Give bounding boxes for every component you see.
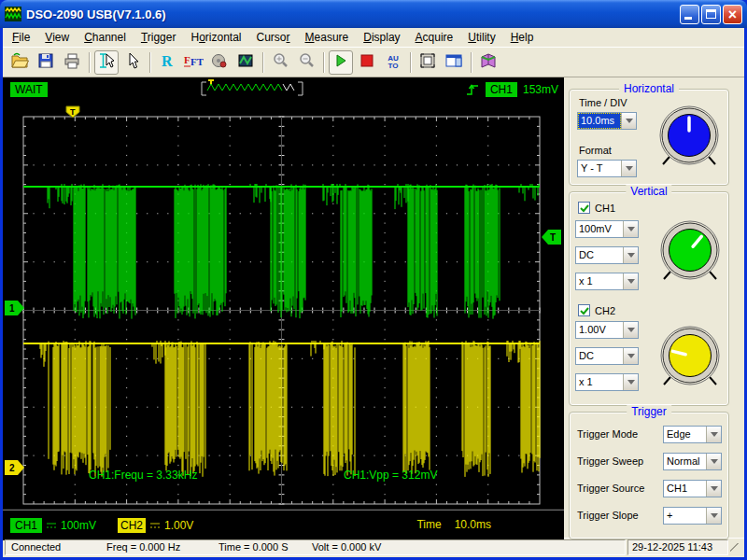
time-readout: Time = 0.000 S (218, 541, 289, 553)
ch2-probe-select[interactable]: x 1 (575, 373, 639, 391)
ch2-volts-knob[interactable] (655, 322, 726, 393)
scope-status-bar: WAIT CH1 153mV (3, 77, 564, 103)
vertical-group: Vertical CH1 100mV DC x 1 (569, 191, 729, 406)
trigger-source-value: CH1 (664, 481, 706, 497)
dropdown-button[interactable] (706, 481, 721, 497)
maximize-icon (706, 9, 716, 19)
dropdown-button[interactable] (706, 427, 721, 442)
print-button[interactable] (60, 50, 84, 75)
pointer-icon (123, 51, 142, 74)
ch2-enable-checkbox[interactable]: CH2 (578, 304, 615, 316)
trigger-slope-value: + (664, 508, 706, 524)
menu-item-utility[interactable]: Utility (460, 29, 502, 46)
scope-display: T12T WAIT CH1 (3, 77, 564, 538)
minimize-button[interactable] (680, 5, 699, 24)
ch1-coupling-select[interactable]: DC (575, 246, 639, 264)
time-div-select[interactable]: 10.0ms (577, 112, 637, 130)
trigger-position-preview[interactable] (195, 79, 309, 96)
waveform-screen: T12T (3, 77, 564, 540)
trigger-mode-value: Edge (664, 427, 706, 442)
time-base-value: 10.0ms (455, 518, 491, 531)
open-icon (10, 51, 29, 74)
ch1-probe-value: x 1 (576, 273, 623, 289)
title-bar[interactable]: DSO-2090 USB(V7.1.0.6) × (0, 0, 747, 28)
menu-item-file[interactable]: File (5, 29, 37, 46)
waveform-button[interactable] (233, 50, 258, 75)
ch1-readout-badge: CH1 (10, 518, 42, 533)
ch1-enable-checkbox[interactable]: CH1 (578, 202, 615, 214)
zoom-out-button[interactable] (294, 50, 318, 75)
start-button[interactable] (329, 50, 353, 75)
print-icon (63, 51, 81, 74)
app-window: DSO-2090 USB(V7.1.0.6) × FileViewChannel… (0, 0, 747, 560)
trigger-mode-select[interactable]: Edge (663, 426, 722, 443)
resize-grip[interactable] (730, 543, 742, 555)
panel-toggle-button[interactable] (442, 50, 466, 75)
dropdown-button[interactable] (623, 374, 638, 390)
ch2-readout-badge: CH2 (118, 518, 146, 533)
dropdown-button[interactable] (623, 247, 638, 263)
svg-text:FT: FT (190, 56, 204, 67)
dropdown-button[interactable] (623, 273, 638, 289)
menu-item-cursor[interactable]: Cursor (249, 29, 298, 46)
trigger-source-label: Trigger Source (577, 483, 644, 494)
zoom-out-icon (297, 51, 316, 74)
trigger-source-select[interactable]: CH1 (663, 480, 722, 497)
ch2-coupling-select[interactable]: DC (575, 347, 639, 365)
ch1-volts-knob[interactable] (655, 217, 726, 287)
dropdown-button[interactable] (623, 221, 638, 237)
chevron-down-icon (627, 354, 635, 358)
zoom-in-button[interactable] (268, 50, 292, 75)
roll-button[interactable] (207, 50, 232, 75)
toolbar-separator (149, 52, 150, 73)
refresh-button[interactable]: R (155, 50, 179, 75)
toolbar-separator (262, 52, 263, 73)
stop-button[interactable] (355, 50, 379, 75)
menu-item-measure[interactable]: Measure (298, 29, 357, 46)
auto-button[interactable]: AUTO (381, 50, 405, 75)
vertical-group-title: Vertical (626, 185, 671, 198)
ch2-scale-value: 1.00V (164, 519, 193, 532)
dropdown-button[interactable] (623, 322, 638, 338)
chevron-down-icon (711, 513, 718, 518)
time-div-value: 10.0ms (578, 113, 621, 129)
fft-button[interactable]: FFT (181, 50, 205, 75)
fullscreen-button[interactable] (416, 50, 440, 75)
help-book-button[interactable] (476, 50, 500, 75)
cursor-measure-button[interactable] (94, 50, 119, 75)
trigger-slope-select[interactable]: + (663, 507, 722, 525)
pointer-button[interactable] (120, 50, 145, 75)
dropdown-button[interactable] (621, 161, 636, 176)
trigger-group: Trigger Trigger ModeEdgeTrigger SweepNor… (569, 412, 729, 539)
ch1-volts-select[interactable]: 100mV (575, 220, 639, 238)
app-icon (5, 7, 21, 21)
ch2-checkbox-label: CH2 (595, 305, 615, 316)
chevron-down-icon (627, 380, 635, 385)
dropdown-button[interactable] (706, 508, 721, 524)
menu-item-horizontal[interactable]: Horizontal (183, 29, 248, 46)
time-div-knob[interactable] (654, 102, 725, 173)
menu-item-acquire[interactable]: Acquire (408, 29, 461, 46)
measurement-vpp: CH1:Vpp = 312mV (344, 469, 437, 482)
ch1-probe-select[interactable]: x 1 (575, 273, 639, 290)
dropdown-button[interactable] (621, 113, 636, 129)
format-select[interactable]: Y - T (577, 160, 637, 177)
menu-item-display[interactable]: Display (356, 29, 407, 46)
maximize-button[interactable] (701, 5, 721, 24)
menu-item-trigger[interactable]: Trigger (134, 29, 184, 46)
menu-item-view[interactable]: View (37, 29, 77, 46)
horizontal-group-title: Horizontal (619, 82, 679, 95)
chevron-down-icon (627, 328, 635, 332)
menu-item-channel[interactable]: Channel (77, 29, 134, 46)
dropdown-button[interactable] (706, 454, 721, 469)
ch2-volts-select[interactable]: 1.00V (575, 321, 639, 339)
trigger-sweep-select[interactable]: Normal (663, 453, 722, 470)
save-button[interactable] (34, 50, 58, 75)
chevron-down-icon (627, 253, 635, 258)
dropdown-button[interactable] (623, 348, 638, 364)
fft-icon: FFT (183, 51, 204, 74)
close-button[interactable]: × (723, 5, 742, 24)
ch2-coupling-value: DC (576, 348, 623, 364)
menu-item-help[interactable]: Help (503, 29, 542, 46)
open-button[interactable] (7, 50, 32, 75)
